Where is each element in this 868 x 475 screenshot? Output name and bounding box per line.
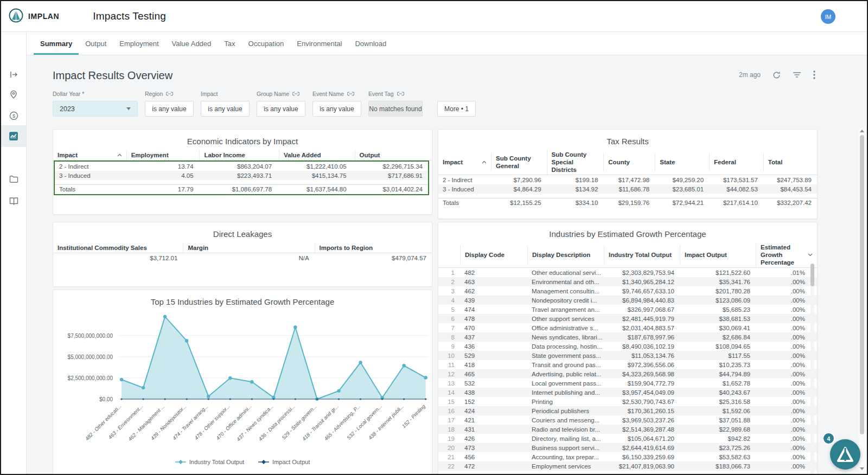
dollar-circle-icon[interactable]: $ — [1, 105, 26, 126]
implan-floating-badge[interactable] — [830, 439, 860, 470]
row-number: 12 — [438, 371, 460, 377]
refresh-icon[interactable] — [773, 71, 781, 79]
industry-row[interactable]: 15152Printing$2,530,790,743.67$25,316.58… — [438, 397, 817, 406]
tab-environmental[interactable]: Environmental — [290, 34, 348, 55]
filter-value[interactable]: is any value — [145, 101, 194, 117]
cell-impact-output: $23,725.26 — [680, 445, 756, 451]
industry-row[interactable]: 17421Couriers and messeng...$3,969,503,2… — [438, 415, 817, 425]
industry-row[interactable]: 3462Management consultin...$9,746,657,63… — [438, 286, 817, 296]
cell-industry-total-output: $9,746,657,633.10 — [604, 288, 680, 294]
tab-tax[interactable]: Tax — [218, 34, 241, 55]
industry-row[interactable]: 22472Employment services$21,407,819,063.… — [438, 461, 817, 471]
cell-industry-total-output: $3,969,503,237.26 — [604, 417, 680, 423]
legend-marker-icon — [258, 460, 269, 464]
totals-row[interactable]: Totals17.79$1,086,697.78$1,637,544.80$3,… — [55, 184, 428, 194]
user-avatar[interactable]: IM — [821, 9, 835, 24]
table-row[interactable]: $3,712.01N/A$479,074.57 — [53, 253, 432, 262]
industry-row[interactable]: 11418Transit and ground pas...$972,396,5… — [438, 360, 817, 369]
tab-summary[interactable]: Summary — [34, 34, 79, 55]
industry-row[interactable]: 10529State government pass...$11,053,134… — [438, 351, 817, 360]
column-header[interactable]: Sub County General — [491, 153, 547, 171]
filter-dollar-year-: Dollar Year *2023 — [53, 91, 138, 117]
industry-row[interactable]: 2463Environmental and oth...$1,340,965,2… — [438, 277, 817, 286]
cell-display-description: Advertising, public relat... — [527, 371, 604, 377]
industry-row[interactable]: 4439Nondepository credit i...$6,894,984,… — [438, 296, 817, 305]
notification-count-badge[interactable]: 4 — [822, 432, 835, 445]
kebab-menu-icon[interactable] — [813, 70, 815, 79]
industries-scrollbar-thumb[interactable] — [810, 264, 814, 286]
industry-row[interactable]: 16424Periodical publishers$170,361,260.1… — [438, 406, 817, 415]
cell: $247,753.89 — [763, 177, 817, 183]
growth-area-chart[interactable]: $0.00$2,500,000,000.00$5,000,000,000.00$… — [53, 310, 433, 458]
page-scrollbar[interactable] — [859, 127, 865, 472]
tab-employment[interactable]: Employment — [113, 34, 165, 55]
cell: $3,014,402.24 — [352, 186, 428, 192]
column-header[interactable]: Federal — [709, 153, 763, 171]
cell-display-code: 472 — [460, 463, 527, 470]
legend-impact-output[interactable]: Impact Output — [258, 459, 310, 465]
cell-estimated-growth: .00% — [756, 279, 817, 285]
column-header[interactable]: Total — [763, 153, 817, 171]
more-filters-button[interactable]: More • 1 — [437, 101, 476, 117]
industry-row[interactable]: 20473Business support servi...$2,644,419… — [438, 443, 817, 452]
table-row[interactable]: 2 - Indirect13.74$863,204.07$1,222,410.0… — [55, 162, 428, 171]
cell: 13.74 — [127, 163, 199, 170]
column-header[interactable]: Industry Total Output — [604, 246, 680, 264]
scroll-down-arrow[interactable] — [859, 465, 865, 472]
column-header[interactable] — [438, 246, 460, 264]
column-header[interactable]: Value Added — [279, 150, 355, 160]
column-header[interactable]: Margin — [183, 242, 314, 253]
industry-row[interactable]: 13532Local government pass...$159,904,77… — [438, 378, 817, 388]
expand-sidebar-icon[interactable] — [1, 63, 26, 85]
folder-icon[interactable] — [1, 168, 26, 190]
table-row[interactable]: 2 - Indirect$7,290.96$199.18$17,472.98$4… — [438, 175, 817, 184]
dashboards-icon[interactable] — [1, 125, 26, 147]
column-header[interactable]: Institutional Commodity Sales — [53, 242, 183, 253]
tab-occupation[interactable]: Occupation — [242, 34, 291, 55]
industry-row[interactable]: 18431Radio and television br...$2,514,36… — [438, 425, 817, 434]
book-icon[interactable] — [1, 190, 26, 211]
column-header[interactable]: Impact — [53, 150, 126, 160]
column-header[interactable]: Output — [355, 150, 432, 160]
industry-row[interactable]: 1482Other educational servi...$2,303,829… — [438, 268, 817, 277]
tab-output[interactable]: Output — [79, 34, 113, 55]
tab-download[interactable]: Download — [348, 34, 393, 55]
industry-row[interactable]: 21456Accounting, tax prepar...$6,150,339… — [438, 452, 817, 461]
column-header[interactable]: Imports to Region — [315, 242, 432, 253]
industry-row[interactable]: 6478Other support services$2,481,445,919… — [438, 314, 817, 323]
cell-display-description: Periodical publishers — [527, 408, 604, 414]
column-header[interactable]: Display Description — [527, 246, 604, 264]
filter-icon[interactable] — [793, 72, 801, 78]
industry-row[interactable]: 19426Directory, mailing list, a...$105,0… — [438, 434, 817, 443]
column-header[interactable]: Display Code — [460, 246, 527, 264]
industry-row[interactable]: 5474Travel arrangement an...$326,997,068… — [438, 305, 817, 314]
industries-scrollbar[interactable] — [810, 264, 814, 474]
page-scrollbar-thumb[interactable] — [860, 135, 864, 434]
filter-value[interactable]: is any value — [201, 101, 250, 117]
industry-row[interactable]: 8437News syndicates, librari...$187,678,… — [438, 332, 817, 342]
column-header[interactable]: Sub County Special Districts — [547, 150, 604, 175]
cell-display-description: News syndicates, librari... — [527, 334, 604, 341]
filter-value[interactable]: is any value — [257, 101, 305, 117]
totals-row[interactable]: Totals$12,155.25$334.10$29,159.76$72,944… — [438, 198, 817, 207]
industry-row[interactable]: 9436Data processing, hostin...$8,490,036… — [438, 342, 817, 351]
scroll-up-arrow[interactable] — [859, 127, 865, 134]
column-header[interactable]: Labor Income — [199, 150, 279, 160]
industry-row[interactable]: 12465Advertising, public relat...$4,323,… — [438, 369, 817, 378]
filter-value[interactable]: is any value — [312, 101, 361, 117]
industry-row[interactable]: 7470Office administrative s...$2,031,404… — [438, 323, 817, 332]
tab-value-added[interactable]: Value Added — [165, 34, 218, 55]
location-pin-icon[interactable] — [1, 84, 26, 105]
column-header[interactable]: County — [603, 153, 655, 171]
table-row[interactable]: 3 - Induced$4,864.29$134.92$11,686.78$23… — [438, 184, 817, 194]
column-header[interactable]: Estimated Growth Percentage — [756, 242, 817, 267]
column-header[interactable]: Employment — [126, 150, 200, 160]
dollar-year-select[interactable]: 2023 — [53, 101, 138, 117]
column-header[interactable]: Impact — [438, 153, 491, 171]
legend-industry-total-output[interactable]: Industry Total Output — [175, 459, 244, 465]
row-number: 8 — [438, 334, 460, 341]
column-header[interactable]: Impact Output — [680, 246, 756, 264]
industry-row[interactable]: 14438Internet publishing and...$3,957,45… — [438, 388, 817, 397]
table-row[interactable]: 3 - Induced4.05$223,493.71$415,134.75$71… — [55, 171, 428, 180]
column-header[interactable]: State — [655, 153, 709, 171]
